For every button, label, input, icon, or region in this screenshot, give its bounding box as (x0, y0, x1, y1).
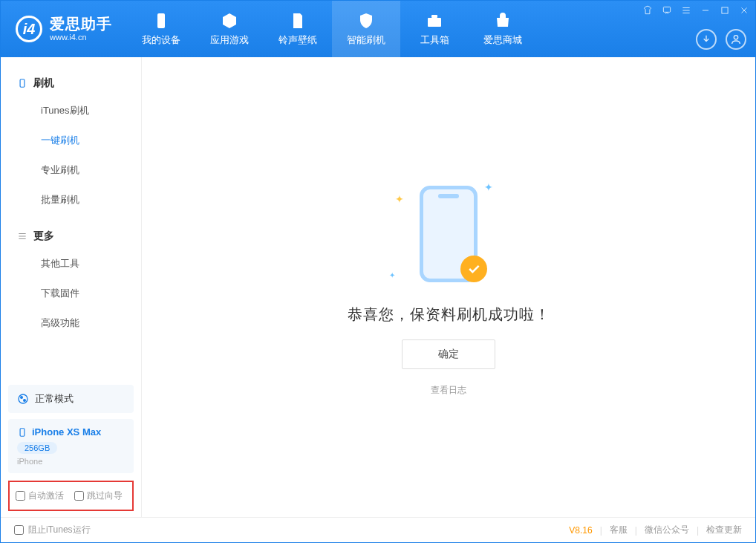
cube-icon (220, 11, 239, 30)
sidebar-section-flash: 刷机 iTunes刷机 一键刷机 专业刷机 批量刷机 (1, 71, 141, 215)
auto-activate-label: 自动激活 (28, 490, 64, 502)
toolbox-icon (425, 11, 444, 30)
support-link[interactable]: 客服 (610, 524, 628, 536)
shield-refresh-icon (356, 11, 376, 30)
separator: | (697, 525, 699, 536)
device-mode-status[interactable]: 正常模式 (8, 385, 134, 413)
svg-rect-0 (157, 13, 165, 28)
nav-tab-ringtones[interactable]: 铃声壁纸 (264, 1, 332, 57)
skin-icon[interactable] (642, 5, 653, 18)
sidebar-item-oneclick-flash[interactable]: 一键刷机 (1, 126, 141, 155)
sidebar-title: 刷机 (33, 77, 54, 90)
app-title: 爱思助手 (50, 15, 112, 33)
music-file-icon (288, 11, 307, 30)
sidebar-item-itunes-flash[interactable]: iTunes刷机 (1, 96, 141, 126)
sidebar-header-more: 更多 (1, 224, 141, 249)
maximize-icon[interactable] (720, 5, 730, 18)
body: 刷机 iTunes刷机 一键刷机 专业刷机 批量刷机 更多 其他工具 下载固件 … (1, 57, 755, 517)
checkmark-badge-icon (460, 256, 487, 282)
sidebar-title: 更多 (33, 230, 54, 243)
user-controls (696, 29, 746, 50)
download-button[interactable] (696, 29, 717, 50)
nav-label: 我的设备 (142, 33, 180, 47)
separator: | (600, 525, 602, 536)
minimize-icon[interactable] (700, 5, 711, 18)
nav-tab-apps[interactable]: 应用游戏 (195, 1, 264, 57)
svg-point-9 (24, 400, 26, 402)
svg-point-5 (734, 36, 737, 39)
logo-text: 爱思助手 www.i4.cn (50, 15, 112, 42)
svg-rect-6 (20, 79, 25, 88)
device-type: iPhone (17, 457, 125, 466)
ok-button[interactable]: 确定 (402, 339, 495, 369)
sparkle-icon: ✦ (389, 271, 395, 279)
nav-tabs: 我的设备 应用游戏 铃声壁纸 智能刷机 工具箱 爱思商城 (127, 1, 537, 57)
stop-itunes-input[interactable] (14, 525, 24, 535)
nav-tab-toolbox[interactable]: 工具箱 (400, 1, 469, 57)
menu-icon[interactable] (681, 5, 691, 18)
nav-tab-my-device[interactable]: 我的设备 (127, 1, 195, 57)
version-text: V8.16 (569, 525, 592, 536)
sidebar-item-other-tools[interactable]: 其他工具 (1, 249, 141, 279)
option-checkboxes-highlighted: 自动激活 跳过向导 (8, 481, 134, 511)
logo-area: i4 爱思助手 www.i4.cn (1, 1, 127, 57)
device-name-row: iPhone XS Max (17, 426, 125, 438)
sidebar-section-more: 更多 其他工具 下载固件 高级功能 (1, 224, 141, 338)
sparkle-icon: ✦ (395, 193, 404, 205)
svg-rect-4 (722, 7, 728, 13)
footer: 阻止iTunes运行 V8.16 | 客服 | 微信公众号 | 检查更新 (1, 517, 755, 542)
sidebar-item-download-firmware[interactable]: 下载固件 (1, 279, 141, 308)
nav-tab-store[interactable]: 爱思商城 (469, 1, 537, 57)
device-icon (17, 78, 27, 88)
list-icon (17, 231, 27, 241)
nav-label: 工具箱 (420, 33, 449, 47)
phone-icon (151, 11, 171, 30)
svg-point-8 (21, 397, 23, 399)
skip-guide-input[interactable] (74, 491, 84, 501)
view-log-link[interactable]: 查看日志 (431, 384, 466, 397)
success-message: 恭喜您，保资料刷机成功啦！ (348, 305, 550, 325)
nav-label: 应用游戏 (210, 33, 249, 47)
window-controls (642, 5, 749, 18)
sparkle-icon: ✦ (484, 181, 493, 193)
app-window: i4 爱思助手 www.i4.cn 我的设备 应用游戏 铃声壁纸 智能刷机 (0, 0, 756, 543)
skip-guide-checkbox[interactable]: 跳过向导 (74, 490, 123, 502)
svg-rect-1 (428, 18, 441, 27)
svg-rect-3 (663, 7, 670, 12)
status-text: 正常模式 (35, 392, 74, 406)
sidebar-item-advanced[interactable]: 高级功能 (1, 308, 141, 338)
device-name: iPhone XS Max (32, 426, 101, 438)
main-content: ✦ ✦ ✦ 恭喜您，保资料刷机成功啦！ 确定 查看日志 (142, 57, 755, 517)
svg-rect-10 (20, 428, 25, 436)
nav-tab-flash[interactable]: 智能刷机 (332, 1, 400, 57)
app-subtitle: www.i4.cn (50, 33, 112, 42)
sidebar-item-pro-flash[interactable]: 专业刷机 (1, 155, 141, 185)
check-update-link[interactable]: 检查更新 (706, 524, 742, 536)
sidebar-item-batch-flash[interactable]: 批量刷机 (1, 185, 141, 215)
sidebar-header-flash: 刷机 (1, 71, 141, 96)
skip-guide-label: 跳过向导 (87, 490, 123, 502)
storage-badge: 256GB (17, 442, 57, 454)
user-button[interactable] (726, 29, 746, 50)
wechat-link[interactable]: 微信公众号 (645, 524, 689, 536)
auto-activate-checkbox[interactable]: 自动激活 (16, 490, 64, 502)
success-illustration: ✦ ✦ ✦ (389, 178, 508, 290)
feedback-icon[interactable] (662, 5, 672, 18)
store-icon (493, 11, 512, 30)
nav-label: 爱思商城 (483, 33, 522, 47)
logo-icon: i4 (16, 16, 42, 42)
stop-itunes-checkbox[interactable]: 阻止iTunes运行 (14, 524, 91, 536)
nav-label: 铃声壁纸 (278, 33, 317, 47)
svg-rect-2 (431, 15, 437, 18)
nav-label: 智能刷机 (347, 33, 385, 47)
auto-activate-input[interactable] (16, 491, 25, 501)
phone-icon (17, 427, 27, 438)
stop-itunes-label: 阻止iTunes运行 (28, 524, 91, 536)
separator: | (635, 525, 637, 536)
titlebar: i4 爱思助手 www.i4.cn 我的设备 应用游戏 铃声壁纸 智能刷机 (1, 1, 755, 57)
device-card[interactable]: iPhone XS Max 256GB iPhone (8, 419, 134, 473)
status-icon (17, 393, 29, 405)
close-icon[interactable] (739, 5, 749, 18)
footer-right: V8.16 | 客服 | 微信公众号 | 检查更新 (569, 524, 742, 536)
sidebar: 刷机 iTunes刷机 一键刷机 专业刷机 批量刷机 更多 其他工具 下载固件 … (1, 57, 142, 517)
